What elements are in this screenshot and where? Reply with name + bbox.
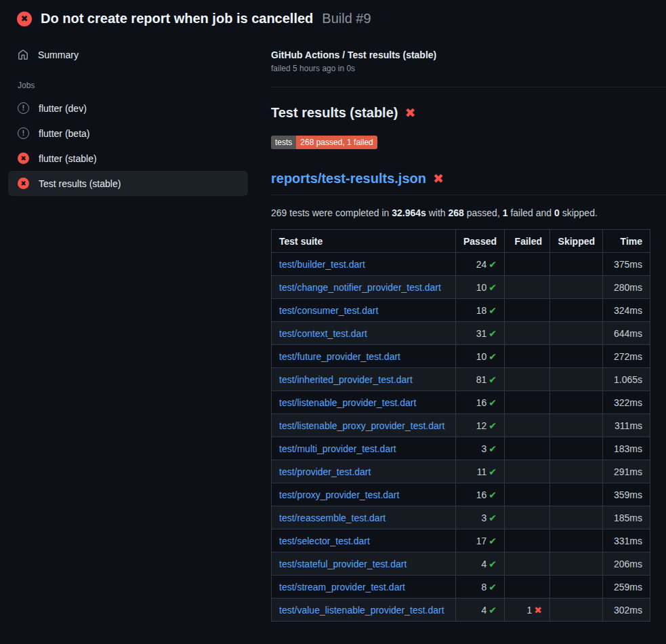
test-suite-link[interactable]: test/listenable_provider_test.dart [279, 397, 416, 408]
table-row: test/selector_test.dart17✔331ms [272, 529, 650, 552]
test-suite-link[interactable]: test/provider_test.dart [279, 466, 371, 477]
time-cell: 322ms [603, 391, 650, 414]
skipped-cell [550, 322, 603, 345]
skipped-cell [550, 276, 603, 299]
skipped-cell [550, 552, 603, 576]
job-label: Test results (stable) [39, 178, 121, 189]
time-cell: 280ms [603, 276, 650, 299]
table-row: test/stateful_provider_test.dart4✔206ms [272, 552, 650, 576]
suite-cell: test/provider_test.dart [272, 460, 456, 483]
sidebar-item-flutter-dev[interactable]: !flutter (dev) [8, 96, 248, 121]
test-suite-link[interactable]: test/context_test.dart [279, 328, 367, 339]
job-label: flutter (beta) [39, 128, 89, 139]
suite-cell: test/change_notifier_provider_test.dart [272, 276, 456, 299]
table-row: test/listenable_provider_test.dart16✔322… [272, 391, 650, 414]
column-header-time: Time [603, 230, 650, 253]
build-number: Build #9 [322, 11, 371, 26]
passed-count: 268 [449, 207, 464, 218]
skipped-cell [550, 391, 603, 414]
report-file-link[interactable]: reports/test-results.json [271, 171, 426, 186]
run-title: Do not create report when job is cancell… [41, 11, 313, 26]
check-icon: ✔ [488, 282, 497, 293]
table-row: test/future_provider_test.dart10✔272ms [272, 345, 650, 368]
summary-label: Summary [38, 49, 79, 60]
passed-cell: 3✔ [456, 506, 505, 529]
header-divider [271, 87, 666, 87]
sidebar-item-summary[interactable]: Summary [8, 43, 248, 67]
sidebar-item-flutter-stable[interactable]: ✖flutter (stable) [8, 146, 248, 171]
job-label: flutter (stable) [39, 153, 97, 164]
failed-cell [505, 391, 550, 414]
breadcrumb: GitHub Actions / Test results (stable) [271, 49, 666, 60]
time-cell: 331ms [603, 529, 650, 552]
test-suite-link[interactable]: test/proxy_provider_test.dart [279, 489, 399, 500]
suite-cell: test/consumer_test.dart [272, 299, 456, 322]
passed-cell: 3✔ [456, 437, 505, 460]
check-icon: ✔ [488, 489, 497, 500]
check-icon: ✔ [488, 605, 497, 616]
column-header-test-suite: Test suite [272, 230, 456, 253]
table-row: test/builder_test.dart24✔375ms [272, 253, 650, 276]
duration-value: 32.964s [392, 207, 426, 218]
check-icon: ✔ [488, 259, 497, 270]
summary-text: skipped. [560, 207, 598, 218]
check-icon: ✔ [488, 305, 497, 316]
failed-cell [505, 576, 550, 599]
summary-text: passed, [464, 207, 503, 218]
test-suite-link[interactable]: test/reassemble_test.dart [279, 512, 386, 523]
passed-cell: 8✔ [456, 576, 505, 599]
badge-value: 268 passed, 1 failed [296, 136, 377, 149]
run-meta: failed 5 hours ago in 0s [271, 64, 666, 73]
check-icon: ✔ [488, 351, 497, 362]
passed-cell: 81✔ [456, 368, 505, 391]
check-icon: ✔ [488, 443, 497, 454]
suite-cell: test/reassemble_test.dart [272, 506, 456, 529]
table-row: test/inherited_provider_test.dart81✔1.06… [272, 368, 650, 391]
report-section-title: Test results (stable) ✖ [271, 105, 666, 121]
check-icon: ✔ [488, 582, 497, 592]
check-icon: ✔ [488, 466, 497, 477]
alert-circle-icon: ! [18, 102, 29, 114]
home-icon [18, 49, 28, 60]
test-suite-link[interactable]: test/selector_test.dart [279, 536, 370, 546]
x-circle-icon: ✖ [17, 12, 32, 26]
test-suite-link[interactable]: test/stream_provider_test.dart [279, 582, 405, 592]
failed-cell [505, 460, 550, 483]
time-cell: 259ms [603, 576, 650, 599]
failed-cell [505, 437, 550, 460]
passed-cell: 11✔ [456, 460, 505, 483]
suite-cell: test/inherited_provider_test.dart [272, 368, 456, 391]
test-suite-link[interactable]: test/consumer_test.dart [279, 305, 378, 316]
test-suite-link[interactable]: test/value_listenable_provider_test.dart [279, 605, 444, 616]
time-cell: 359ms [603, 483, 650, 506]
column-header-passed: Passed [456, 230, 505, 253]
sidebar-item-flutter-beta[interactable]: !flutter (beta) [8, 121, 248, 146]
table-row: test/consumer_test.dart18✔324ms [272, 299, 650, 322]
skipped-cell [550, 414, 603, 437]
sidebar-item-test-results-stable[interactable]: ✖Test results (stable) [8, 171, 248, 196]
suite-cell: test/stream_provider_test.dart [272, 576, 456, 599]
test-suite-link[interactable]: test/listenable_proxy_provider_test.dart [279, 420, 444, 431]
suite-cell: test/value_listenable_provider_test.dart [272, 599, 456, 622]
skipped-cell [550, 253, 603, 276]
tests-badge: tests 268 passed, 1 failed [271, 136, 377, 149]
column-header-skipped: Skipped [550, 230, 603, 253]
skipped-cell [550, 345, 603, 368]
failed-cell [505, 414, 550, 437]
test-suite-link[interactable]: test/multi_provider_test.dart [279, 443, 396, 454]
failed-cell [505, 253, 550, 276]
test-suite-link[interactable]: test/stateful_provider_test.dart [279, 559, 407, 569]
badge-label: tests [271, 136, 296, 149]
suite-cell: test/listenable_provider_test.dart [272, 391, 456, 414]
time-cell: 272ms [603, 345, 650, 368]
check-icon: ✔ [488, 397, 497, 408]
failed-cell [505, 322, 550, 345]
test-suite-link[interactable]: test/builder_test.dart [279, 259, 365, 270]
test-suite-link[interactable]: test/inherited_provider_test.dart [279, 374, 413, 385]
time-cell: 302ms [603, 599, 650, 622]
test-suite-link[interactable]: test/change_notifier_provider_test.dart [279, 282, 441, 293]
failed-cell [505, 345, 550, 368]
test-suite-link[interactable]: test/future_provider_test.dart [279, 351, 400, 362]
passed-cell: 10✔ [456, 345, 505, 368]
time-cell: 291ms [603, 460, 650, 483]
